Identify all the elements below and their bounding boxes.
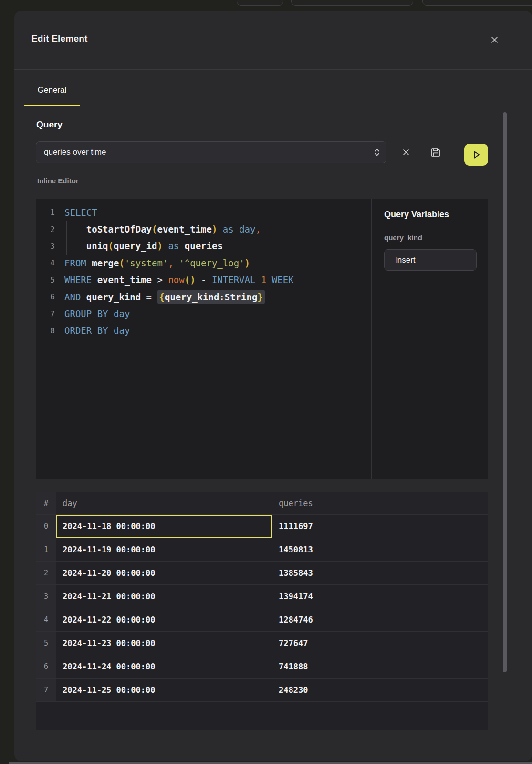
table-header-row: # day queries xyxy=(36,492,488,515)
table-row: 42024-11-22 00:00:001284746 xyxy=(36,608,488,632)
day-cell[interactable]: 2024-11-19 00:00:00 xyxy=(56,538,272,561)
line-number: 7 xyxy=(36,309,55,318)
code-text: GROUP BY day xyxy=(64,308,130,319)
background-page-top xyxy=(0,0,532,11)
indent-guide xyxy=(66,221,67,255)
day-cell[interactable]: 2024-11-22 00:00:00 xyxy=(56,608,272,631)
code-text: WHERE event_time > now() - INTERVAL 1 WE… xyxy=(64,275,294,285)
row-index-cell: 4 xyxy=(36,608,56,631)
play-icon xyxy=(471,149,481,160)
code-line[interactable]: 5WHERE event_time > now() - INTERVAL 1 W… xyxy=(36,272,371,288)
row-index-cell: 6 xyxy=(36,655,56,678)
chevron-up-down-icon xyxy=(374,148,380,157)
floppy-disk-icon xyxy=(430,147,441,158)
tab-general[interactable]: General xyxy=(24,85,80,95)
window-bottom-edge xyxy=(9,762,532,764)
code-text: uniq(query_id) as queries xyxy=(64,241,223,251)
code-lines: 1SELECT2 toStartOfDay(event_time) as day… xyxy=(36,204,371,339)
queries-cell[interactable]: 1111697 xyxy=(272,515,488,538)
table-header-index: # xyxy=(36,492,56,514)
save-query-button[interactable] xyxy=(428,145,443,159)
code-line[interactable]: 8ORDER BY day xyxy=(36,322,371,339)
table-row: 32024-11-21 00:00:001394174 xyxy=(36,585,488,608)
code-text: SELECT xyxy=(64,207,97,218)
table-row: 22024-11-20 00:00:001385843 xyxy=(36,562,488,585)
day-cell[interactable]: 2024-11-20 00:00:00 xyxy=(56,562,272,584)
background-button-3[interactable] xyxy=(422,0,532,6)
row-index-cell: 2 xyxy=(36,562,56,584)
table-body: 02024-11-18 00:00:00111169712024-11-19 0… xyxy=(36,515,488,702)
query-variables-title: Query Variables xyxy=(384,210,449,220)
edit-element-modal: Edit Element General Query queries over … xyxy=(14,11,532,761)
line-number: 5 xyxy=(36,276,55,285)
queries-cell[interactable]: 1450813 xyxy=(272,538,488,561)
background-button-2[interactable] xyxy=(291,0,413,6)
table-header-day[interactable]: day xyxy=(56,492,272,514)
run-query-button[interactable] xyxy=(464,144,488,166)
query-select-value: queries over time xyxy=(44,148,106,157)
code-line[interactable]: 1SELECT xyxy=(36,204,371,221)
table-header-queries[interactable]: queries xyxy=(272,492,488,514)
code-text: ORDER BY day xyxy=(64,325,130,336)
code-line[interactable]: 4FROM merge('system', '^query_log') xyxy=(36,255,371,271)
variable-name-label: query_kind xyxy=(384,233,422,242)
code-text: FROM merge('system', '^query_log') xyxy=(64,258,250,268)
day-cell[interactable]: 2024-11-21 00:00:00 xyxy=(56,585,272,608)
modal-title: Edit Element xyxy=(31,33,87,44)
line-number: 4 xyxy=(36,258,55,267)
x-icon xyxy=(403,149,409,156)
insert-variable-button[interactable]: Insert xyxy=(384,249,477,271)
code-line[interactable]: 3 uniq(query_id) as queries xyxy=(36,238,371,255)
day-cell-selected[interactable]: 2024-11-18 00:00:00 xyxy=(56,515,272,538)
queries-cell[interactable]: 1394174 xyxy=(272,585,488,608)
row-index-cell: 7 xyxy=(36,679,56,701)
editor-block: 1SELECT2 toStartOfDay(event_time) as day… xyxy=(36,199,488,479)
line-number: 3 xyxy=(36,242,55,251)
table-row: 72024-11-25 00:00:00248230 xyxy=(36,679,488,702)
day-cell[interactable]: 2024-11-24 00:00:00 xyxy=(56,655,272,678)
background-button-1[interactable] xyxy=(237,0,283,6)
day-cell[interactable]: 2024-11-23 00:00:00 xyxy=(56,632,272,655)
table-row: 12024-11-19 00:00:001450813 xyxy=(36,538,488,562)
code-line[interactable]: 2 toStartOfDay(event_time) as day, xyxy=(36,221,371,237)
queries-cell[interactable]: 727647 xyxy=(272,632,488,655)
row-index-cell: 0 xyxy=(36,515,56,538)
close-button[interactable] xyxy=(487,32,501,47)
close-icon xyxy=(491,36,498,43)
queries-cell[interactable]: 1284746 xyxy=(272,608,488,631)
day-cell[interactable]: 2024-11-25 00:00:00 xyxy=(56,679,272,701)
table-row: 62024-11-24 00:00:00741888 xyxy=(36,655,488,679)
query-select[interactable]: queries over time xyxy=(36,141,386,163)
clear-query-button[interactable] xyxy=(399,145,413,159)
line-number: 2 xyxy=(36,225,55,234)
header-divider xyxy=(14,69,532,70)
code-line[interactable]: 6AND query_kind = {query_kind:String} xyxy=(36,288,371,305)
row-index-cell: 5 xyxy=(36,632,56,655)
code-text: toStartOfDay(event_time) as day, xyxy=(64,224,261,234)
table-row: 52024-11-23 00:00:00727647 xyxy=(36,632,488,655)
table-footer-strip xyxy=(36,702,488,729)
inline-editor-label: Inline Editor xyxy=(37,177,79,185)
queries-cell[interactable]: 248230 xyxy=(272,679,488,701)
code-line[interactable]: 7GROUP BY day xyxy=(36,305,371,322)
sql-code-editor[interactable]: 1SELECT2 toStartOfDay(event_time) as day… xyxy=(36,199,371,479)
line-number: 8 xyxy=(36,326,55,335)
row-index-cell: 1 xyxy=(36,538,56,561)
row-index-cell: 3 xyxy=(36,585,56,608)
query-section-heading: Query xyxy=(36,119,63,130)
line-number: 6 xyxy=(36,292,55,301)
line-number: 1 xyxy=(36,208,55,217)
queries-cell[interactable]: 1385843 xyxy=(272,562,488,584)
insert-button-label: Insert xyxy=(395,255,416,265)
code-text: AND query_kind = {query_kind:String} xyxy=(64,292,265,302)
query-variables-panel: Query Variables query_kind Insert xyxy=(371,199,488,479)
tab-general-active-underline xyxy=(24,105,80,106)
results-table: # day queries 02024-11-18 00:00:00111169… xyxy=(36,492,488,730)
queries-cell[interactable]: 741888 xyxy=(272,655,488,678)
table-row: 02024-11-18 00:00:001111697 xyxy=(36,515,488,538)
vertical-scrollbar-thumb[interactable] xyxy=(503,112,507,672)
